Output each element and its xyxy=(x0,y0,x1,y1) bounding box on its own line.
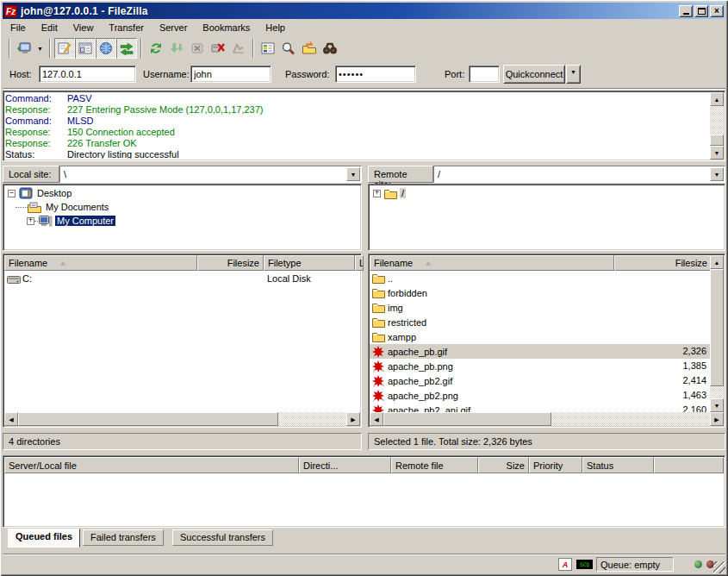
menu-bookmarks[interactable]: Bookmarks xyxy=(195,21,258,35)
transfer-queue: Server/Local file Directi... Remote file… xyxy=(3,455,725,528)
title-bar[interactable]: Fz john@127.0.0.1 - FileZilla × xyxy=(3,3,725,19)
menu-help[interactable]: Help xyxy=(258,21,293,35)
scrollbar-thumb[interactable] xyxy=(383,412,551,426)
column-header-size[interactable]: Size xyxy=(478,457,529,473)
directory-listing-filters-button[interactable] xyxy=(258,38,278,59)
filezilla-app-icon[interactable]: Fz xyxy=(4,5,17,17)
scroll-up-button[interactable]: ▲ xyxy=(710,92,724,106)
remote-site-label: Remote site: xyxy=(368,166,433,183)
scrollbar-thumb[interactable] xyxy=(710,135,724,146)
scrollbar-thumb[interactable] xyxy=(710,269,724,386)
synchronized-browsing-button[interactable] xyxy=(299,38,320,59)
scroll-left-button[interactable]: ◀ xyxy=(4,412,18,426)
expand-icon[interactable]: + xyxy=(27,217,34,225)
local-horizontal-scrollbar[interactable]: ◀ ▶ xyxy=(4,412,360,426)
remote-file-row-selected[interactable]: apache_pb.gif 2,326 xyxy=(370,344,710,359)
menu-transfer[interactable]: Transfer xyxy=(101,21,152,35)
column-header-filesize[interactable]: Filesize xyxy=(197,255,264,271)
column-header-filesize[interactable]: Filesize xyxy=(614,255,712,271)
tree-item-root[interactable]: + / xyxy=(373,186,725,200)
remote-file-row[interactable]: apache_pb2_ani.gif 2,160 xyxy=(370,403,710,412)
collapse-icon[interactable]: − xyxy=(8,190,16,197)
remote-file-row[interactable]: apache_pb2.gif 2,414 xyxy=(370,373,710,388)
tree-item-my-documents[interactable]: My Documents xyxy=(16,200,361,214)
process-queue-button[interactable] xyxy=(166,38,187,59)
minimize-button[interactable] xyxy=(679,5,693,17)
close-button[interactable]: × xyxy=(710,5,724,17)
menu-server[interactable]: Server xyxy=(152,21,195,35)
column-header-filetype[interactable]: Filetype xyxy=(264,255,355,271)
toggle-local-tree-button[interactable] xyxy=(75,38,96,59)
disconnect-button[interactable] xyxy=(208,38,228,59)
reconnect-button[interactable] xyxy=(228,38,249,59)
speed-limit-badge-icon[interactable]: SCQ xyxy=(576,560,593,569)
chevron-down-icon[interactable]: ▼ xyxy=(710,167,724,181)
scroll-right-button[interactable]: ▶ xyxy=(710,412,724,426)
window-resize-grip[interactable] xyxy=(713,561,725,573)
toggle-transfer-queue-button[interactable] xyxy=(116,38,137,59)
scrollbar-thumb[interactable] xyxy=(18,412,278,426)
password-input[interactable] xyxy=(335,66,416,83)
remote-file-row[interactable]: forbidden xyxy=(370,285,710,300)
remote-file-row[interactable]: restricted xyxy=(370,315,710,329)
expand-icon[interactable]: + xyxy=(373,190,381,197)
remote-vertical-scrollbar[interactable]: ▲ ▼ xyxy=(710,255,724,412)
directory-comparison-button[interactable] xyxy=(278,38,299,59)
site-manager-button[interactable] xyxy=(14,38,34,59)
log-scrollbar[interactable]: ▲ ▼ xyxy=(710,92,724,160)
tree-item-my-computer[interactable]: + My Computer xyxy=(27,214,361,228)
remote-file-row[interactable]: img xyxy=(370,300,710,315)
column-header-priority[interactable]: Priority xyxy=(529,457,582,473)
tab-failed-transfers[interactable]: Failed transfers xyxy=(83,529,164,546)
column-header-remote-file[interactable]: Remote file xyxy=(391,457,478,473)
column-header-direction[interactable]: Directi... xyxy=(299,457,391,473)
tree-item-desktop[interactable]: − Desktop xyxy=(8,186,361,200)
menu-view[interactable]: View xyxy=(65,21,102,35)
toggle-message-log-button[interactable] xyxy=(54,38,75,59)
scroll-down-button[interactable]: ▼ xyxy=(710,398,724,412)
quickconnect-bar: Host: Username: Password: Port: Quickcon… xyxy=(3,61,725,89)
site-manager-icon xyxy=(16,41,32,55)
column-header-status[interactable]: Status xyxy=(582,457,654,473)
column-header-filename[interactable]: Filename▲ xyxy=(370,255,614,271)
scroll-right-button[interactable]: ▶ xyxy=(346,412,360,426)
chevron-down-icon[interactable]: ▼ xyxy=(346,167,360,181)
local-file-row-c-drive[interactable]: C: Local Disk xyxy=(4,271,360,285)
maximize-button[interactable] xyxy=(694,5,708,17)
transfer-type-icon[interactable]: A xyxy=(558,558,572,571)
log-line: Response:226 Transfer OK xyxy=(5,138,709,149)
port-input[interactable] xyxy=(469,66,500,83)
menu-file[interactable]: File xyxy=(3,21,34,35)
local-site-combo[interactable]: \ ▼ xyxy=(59,166,362,183)
scroll-up-button[interactable]: ▲ xyxy=(710,255,724,269)
scroll-left-button[interactable]: ◀ xyxy=(370,412,383,426)
remote-file-row[interactable]: xampp xyxy=(370,329,710,344)
filesize-cell: 2,414 xyxy=(682,375,706,385)
username-input[interactable] xyxy=(190,66,271,83)
site-manager-dropdown-button[interactable]: ▼ xyxy=(34,38,46,59)
quickconnect-dropdown-button[interactable]: ▼ xyxy=(566,65,581,84)
column-header-server-local-file[interactable]: Server/Local file xyxy=(4,457,299,473)
cancel-operation-button[interactable] xyxy=(187,38,208,59)
remote-file-row[interactable]: .. xyxy=(370,271,710,285)
queue-body[interactable] xyxy=(4,473,724,526)
tree-connector xyxy=(16,207,28,208)
sync-browse-icon xyxy=(302,41,317,55)
host-input[interactable] xyxy=(39,66,136,83)
remote-horizontal-scrollbar[interactable]: ◀ ▶ xyxy=(370,412,724,426)
tab-queued-files[interactable]: Queued files xyxy=(8,529,80,548)
remote-file-row[interactable]: apache_pb.png 1,385 xyxy=(370,359,710,373)
menu-edit[interactable]: Edit xyxy=(34,21,65,35)
quickconnect-button[interactable]: Quickconnect xyxy=(503,65,565,84)
scroll-down-button[interactable]: ▼ xyxy=(710,146,724,160)
tab-successful-transfers[interactable]: Successful transfers xyxy=(172,529,273,546)
pane-splitter[interactable] xyxy=(362,166,368,451)
remote-file-row[interactable]: apache_pb2.png 1,463 xyxy=(370,388,710,403)
message-log-icon xyxy=(57,41,72,55)
column-header-filename[interactable]: Filename▲ xyxy=(4,255,197,271)
remote-site-combo[interactable]: / ▼ xyxy=(433,166,725,183)
find-files-button[interactable] xyxy=(320,38,340,59)
refresh-button[interactable] xyxy=(146,38,166,59)
toggle-remote-tree-button[interactable] xyxy=(96,38,116,59)
column-header-empty xyxy=(654,457,724,473)
